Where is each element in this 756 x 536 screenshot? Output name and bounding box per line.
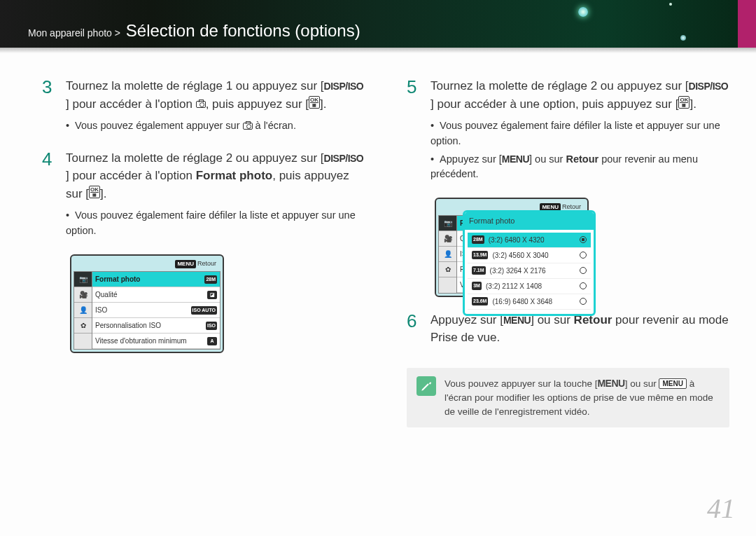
- pink-accent-tab: [738, 0, 756, 48]
- step-number: 4: [42, 149, 57, 242]
- note-pen-icon: [416, 376, 436, 396]
- step-number: 6: [407, 311, 422, 347]
- overlay-option: 28M(3:2) 6480 X 4320: [468, 233, 591, 248]
- overlay-option: 7.1M(3:2) 3264 X 2176: [468, 263, 591, 279]
- lcd-tab-video: 🎥: [439, 231, 456, 247]
- menu-onscreen-icon: MENU: [659, 378, 686, 389]
- disp-iso-button-label: DISP/ISO: [324, 151, 364, 166]
- lcd-row: Format photo28M: [92, 272, 220, 287]
- lcd-row: Vitesse d'obturation minimumA: [92, 334, 220, 349]
- bullet-item: Vous pouvez également faire défiler la l…: [66, 208, 365, 239]
- right-column: 5 Tournez la molette de réglage 2 ou app…: [407, 77, 729, 427]
- lcd-tab-settings: ✿: [74, 318, 92, 334]
- lcd-screenshot-2: MENURetour 📷 🎥 👤 ✿ FormQualiISOPersoVite…: [435, 198, 603, 297]
- lcd-row: ISOISO AUTO: [92, 303, 220, 318]
- camera-icon: [243, 123, 253, 130]
- step-number: 3: [42, 77, 57, 137]
- lcd-tab-camera: 📷: [439, 216, 456, 231]
- sparkle-decoration: [680, 35, 686, 41]
- disp-iso-button-label: DISP/ISO: [689, 79, 729, 94]
- lcd-tab-camera: 📷: [74, 272, 92, 287]
- left-column: 3 Tournez la molette de réglage 1 ou app…: [42, 77, 365, 427]
- lcd-tab-settings: ✿: [439, 262, 456, 277]
- note-box: Vous pouvez appuyer sur la touche [MENU]…: [407, 368, 729, 428]
- ok-button-icon: OK▦: [89, 186, 100, 198]
- header-shadow: [0, 48, 756, 53]
- menu-pill-icon: MENU: [175, 260, 196, 268]
- breadcrumb: Mon appareil photo > Sélection de foncti…: [28, 21, 360, 41]
- lcd-row: Qualité◪: [92, 287, 220, 303]
- step-3: 3 Tournez la molette de réglage 1 ou app…: [42, 77, 365, 137]
- lcd-tab-video: 🎥: [74, 287, 92, 303]
- lcd-tab-strip: 📷 🎥 👤 ✿: [438, 215, 456, 294]
- sparkle-decoration: [578, 7, 588, 17]
- page-number: 41: [707, 492, 735, 525]
- breadcrumb-prefix: Mon appareil photo >: [28, 27, 120, 39]
- overlay-option: 23.6M(16:9) 6480 X 3648: [468, 294, 591, 310]
- step-4: 4 Tournez la molette de réglage 2 ou app…: [42, 149, 365, 242]
- menu-button-label: MENU: [502, 152, 529, 167]
- step-text: Tournez la molette de réglage 2 ou appuy…: [430, 77, 729, 185]
- bullet-list: Vous pouvez également appuyer sur à l'éc…: [66, 118, 365, 134]
- step-text: Tournez la molette de réglage 1 ou appuy…: [66, 77, 365, 137]
- step-text: Appuyez sur [MENU] ou sur Retour pour re…: [430, 311, 729, 347]
- step-5: 5 Tournez la molette de réglage 2 ou app…: [407, 77, 729, 185]
- step-number: 5: [407, 77, 422, 185]
- camera-icon: [196, 101, 206, 108]
- note-text: Vous pouvez appuyer sur la touche [MENU]…: [444, 376, 720, 420]
- overlay-title: Format photo: [465, 212, 594, 230]
- overlay-option: 3M(3:2) 2112 X 1408: [468, 279, 591, 294]
- content-area: 3 Tournez la molette de réglage 1 ou app…: [0, 53, 756, 427]
- lcd-tab-strip: 📷 🎥 👤 ✿: [74, 271, 92, 350]
- lcd-row: Personnalisation ISOISO: [92, 318, 220, 334]
- lcd-menu-list: Format photo28MQualité◪ISOISO AUTOPerson…: [92, 271, 220, 350]
- bullet-item: Appuyez sur [MENU] ou sur Retour pour re…: [430, 152, 729, 183]
- bullet-list: Vous pouvez également faire défiler la l…: [66, 208, 365, 239]
- bullet-item: Vous pouvez également appuyer sur à l'éc…: [66, 118, 365, 134]
- sparkle-decoration: [669, 3, 672, 6]
- lcd-tab-user: 👤: [439, 247, 456, 262]
- page-title: Sélection de fonctions (options): [126, 21, 360, 40]
- overlay-option: 13.9M(3:2) 4560 X 3040: [468, 248, 591, 263]
- step-text: Tournez la molette de réglage 2 ou appuy…: [66, 149, 365, 242]
- bullet-item: Vous pouvez également faire défiler la l…: [430, 118, 729, 149]
- disp-iso-button-label: DISP/ISO: [324, 79, 364, 94]
- header-bar: Mon appareil photo > Sélection de foncti…: [0, 0, 756, 48]
- lcd-submenu-overlay: Format photo 28M(3:2) 6480 X 432013.9M(3…: [463, 210, 596, 316]
- lcd-top-bar: MENURetour: [74, 258, 220, 272]
- lcd-tab-user: 👤: [74, 303, 92, 318]
- ok-button-icon: OK▦: [309, 96, 320, 109]
- ok-button-icon: OK▦: [678, 96, 690, 109]
- lcd-screenshot-1: MENURetour 📷 🎥 👤 ✿ Format photo28MQualit…: [70, 254, 224, 354]
- menu-button-label: MENU: [597, 376, 624, 391]
- step-6: 6 Appuyez sur [MENU] ou sur Retour pour …: [407, 311, 729, 347]
- bullet-list: Vous pouvez également faire défiler la l…: [430, 118, 729, 182]
